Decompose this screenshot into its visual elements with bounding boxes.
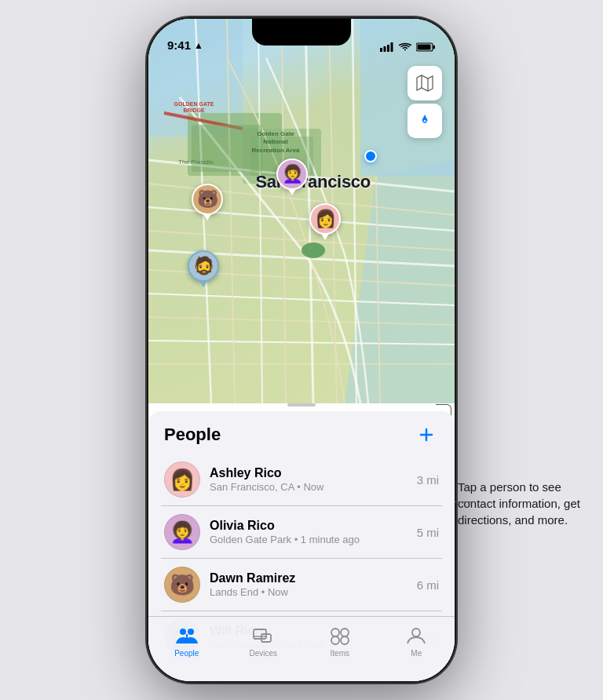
- bridge-label: GOLDEN GATEBRIDGE: [163, 101, 225, 115]
- people-title: People: [164, 425, 221, 445]
- map-type-button[interactable]: [407, 66, 442, 100]
- tab-people[interactable]: People: [163, 625, 210, 658]
- person-name-olivia: Olivia Rico: [210, 519, 411, 533]
- status-time: 9:41 ▲: [167, 38, 203, 52]
- svg-point-34: [423, 119, 426, 122]
- annotation-line: [451, 501, 473, 503]
- svg-point-38: [188, 629, 194, 635]
- people-icon: [176, 626, 198, 645]
- svg-rect-1: [384, 46, 386, 52]
- battery-icon: [416, 42, 436, 52]
- svg-line-25: [282, 19, 286, 403]
- presidio-label: The Presidio: [178, 159, 214, 166]
- map-pin-will[interactable]: 🧔: [188, 250, 219, 287]
- annotation-text: Tap a person to see contact information,…: [458, 480, 580, 527]
- location-button[interactable]: [407, 104, 442, 138]
- person-row-dawn[interactable]: 🐻 Dawn Ramirez Lands End • Now 6 mi: [161, 559, 442, 611]
- person-name-dawn: Dawn Ramirez: [210, 571, 411, 585]
- person-location-ashley: San Francisco, CA • Now: [210, 481, 411, 493]
- person-location-olivia: Golden Gate Park • 1 minute ago: [210, 534, 411, 545]
- tab-devices[interactable]: Devices: [239, 625, 287, 658]
- person-avatar-olivia: 👩‍🦱: [164, 514, 200, 550]
- svg-point-45: [331, 636, 339, 644]
- phone-frame: 9:41 ▲: [148, 19, 455, 681]
- me-icon: [405, 626, 427, 645]
- svg-rect-3: [391, 42, 393, 52]
- tab-items[interactable]: Items: [316, 625, 364, 658]
- wifi-icon: [399, 42, 411, 52]
- map-type-icon: [416, 75, 433, 92]
- svg-rect-6: [418, 45, 431, 50]
- tab-items-label: Items: [331, 649, 349, 658]
- notch: [252, 19, 351, 46]
- person-info-dawn: Dawn Ramirez Lands End • Now: [210, 571, 411, 598]
- tab-me[interactable]: Me: [393, 625, 440, 658]
- svg-point-33: [302, 242, 325, 258]
- tab-people-label: People: [174, 649, 199, 658]
- tab-people-icon: [176, 625, 198, 647]
- map-controls: [407, 66, 442, 138]
- tab-me-label: Me: [411, 649, 422, 658]
- person-row-olivia[interactable]: 👩‍🦱 Olivia Rico Golden Gate Park • 1 min…: [161, 506, 442, 559]
- map-area[interactable]: GOLDEN GATEBRIDGE The Presidio Golden Ga…: [148, 19, 455, 403]
- add-person-button[interactable]: [414, 422, 439, 447]
- plus-icon: [418, 427, 434, 443]
- person-info-olivia: Olivia Rico Golden Gate Park • 1 minute …: [210, 519, 411, 545]
- svg-point-44: [341, 629, 349, 636]
- drawer-handle: [287, 403, 316, 407]
- svg-point-46: [341, 636, 349, 644]
- map-pin-ashley[interactable]: 👩: [309, 203, 341, 240]
- map-pin-dawn[interactable]: 🐻: [192, 184, 223, 221]
- time-display: 9:41: [167, 38, 191, 52]
- tab-me-icon: [405, 625, 427, 647]
- person-distance-olivia: 5 mi: [417, 526, 439, 539]
- person-distance-ashley: 3 mi: [417, 473, 439, 487]
- map-pin-olivia[interactable]: 👩‍🦱: [276, 159, 308, 195]
- location-icon: [417, 113, 433, 129]
- signal-icon: [380, 42, 394, 52]
- svg-marker-9: [345, 160, 455, 403]
- person-distance-dawn: 6 mi: [417, 578, 439, 592]
- status-icons: [380, 42, 436, 52]
- person-avatar-dawn: 🐻: [164, 567, 200, 603]
- svg-rect-2: [387, 45, 389, 52]
- person-name-ashley: Ashley Rico: [210, 466, 411, 480]
- tab-devices-label: Devices: [249, 649, 277, 658]
- user-location-dot: [364, 150, 377, 162]
- items-icon: [329, 626, 351, 645]
- tab-devices-icon: [252, 625, 274, 647]
- location-arrow-icon: ▲: [194, 40, 203, 51]
- annotation: Tap a person to see contact information,…: [458, 479, 587, 528]
- svg-point-37: [180, 629, 186, 635]
- svg-point-47: [412, 629, 420, 636]
- people-header: People: [148, 411, 455, 454]
- tab-bar: People Devices: [148, 616, 455, 681]
- person-location-dawn: Lands End • Now: [210, 586, 411, 598]
- svg-point-43: [331, 629, 339, 636]
- svg-rect-0: [380, 48, 382, 52]
- person-avatar-ashley: 👩: [164, 461, 200, 498]
- svg-rect-5: [433, 46, 436, 49]
- person-row-ashley[interactable]: 👩 Ashley Rico San Francisco, CA • Now 3 …: [161, 454, 442, 506]
- devices-icon: [252, 626, 274, 645]
- svg-line-24: [258, 19, 262, 403]
- scene: 9:41 ▲: [0, 0, 603, 700]
- park-label: Golden GateNationalRecreation Area: [241, 130, 310, 155]
- person-info-ashley: Ashley Rico San Francisco, CA • Now: [210, 466, 411, 493]
- tab-items-icon: [329, 625, 351, 647]
